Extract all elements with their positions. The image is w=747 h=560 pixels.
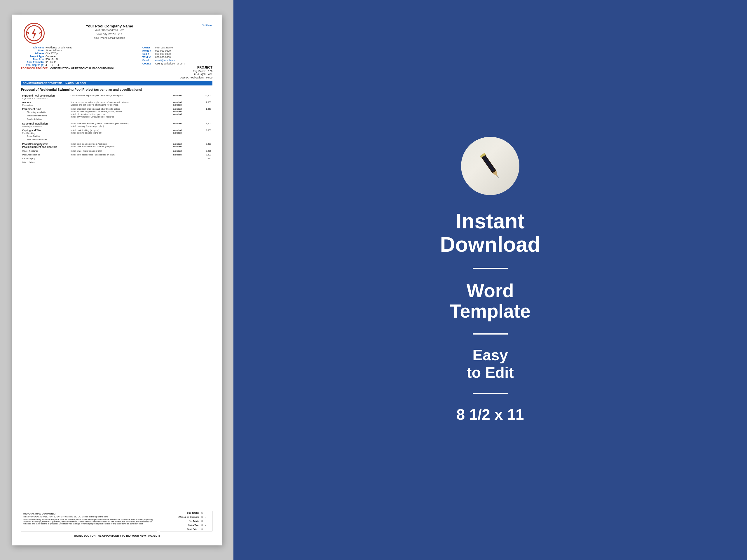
table-row: Inground Pool construction Inground Spa … (21, 94, 212, 100)
bid-date: Bid Date: (172, 23, 212, 27)
home-value: 000-000-0000 (155, 49, 171, 52)
company-address1: Your Street Address Here (47, 28, 172, 32)
address-label: Address (21, 52, 44, 55)
work-value: 000-000-0000 (155, 56, 171, 59)
email-label: Email (143, 59, 154, 62)
email-value: email@email.com (155, 59, 175, 62)
totals-area: Sub Totals: $ (Markup or Discount) $ - N… (160, 511, 212, 531)
proposed-value: CONSTRUCTION OF RESIDENTIAL IN-GROUND PO… (50, 67, 114, 70)
owner-label: Owner (143, 46, 154, 49)
heading-download: Download (440, 233, 540, 256)
guarantee-title: PROPOSAL PRICE GUARANTEE: (23, 513, 155, 515)
heading-word: Word (450, 281, 531, 301)
project-type-label: Project Type (21, 55, 44, 58)
project-label: PROJECT (197, 65, 212, 69)
pool-depths-label: Pool Depths (ft) (21, 63, 44, 66)
pool-area-unit: Sq. Ft. (51, 58, 59, 61)
pool-depths-v2: 5 (52, 63, 53, 66)
county-value: County Jurisdiction or Lot # (155, 62, 185, 65)
cell-label: Cell # (143, 53, 154, 55)
guarantee-box: PROPOSAL PRICE GUARANTEE: THIS PROPOSAL … (21, 511, 157, 531)
company-info: Your Pool Company Name Your Street Addre… (47, 23, 172, 40)
owner-value: First Last Name (155, 46, 173, 49)
right-panel: Instant Download Word Template Easy to E… (233, 0, 747, 560)
company-contact: Your Phone Email Website (47, 36, 172, 40)
table-row: Water Features Install water features as… (21, 149, 212, 153)
cell-value: 000-000-0000 (155, 53, 171, 55)
table-row: Access Excavation Yard access removal or… (21, 100, 212, 107)
proposal-title: Proposal of Residential Swimming Pool Pr… (21, 88, 212, 91)
svg-point-1 (27, 32, 29, 34)
street-label: Street (21, 49, 44, 52)
totals-table: Sub Totals: $ (Markup or Discount) $ - N… (160, 511, 212, 531)
total-price-value: $ (200, 527, 212, 531)
table-row: Pool Cleaning System Pool Equipment and … (21, 142, 212, 149)
document-preview: Your Pool Company Name Your Street Addre… (12, 15, 222, 545)
net-total-value: $ (200, 519, 212, 523)
pen-image (461, 137, 519, 195)
markup-label: (Markup or Discount) (160, 515, 200, 519)
items-table: Inground Pool construction Inground Spa … (21, 94, 212, 164)
county-label: County (143, 62, 154, 65)
instant-download-block: Instant Download (440, 210, 540, 256)
home-label: Home # (143, 49, 154, 52)
svg-rect-6 (482, 156, 495, 172)
job-name-value: Residence or Job Name (46, 46, 72, 49)
svg-line-7 (497, 177, 499, 178)
item-price: 10,500 (195, 94, 212, 100)
pool-perimeter-label: Pool Perimeter (21, 61, 44, 63)
pen-icon (473, 149, 508, 183)
heading-template: Template (450, 301, 531, 321)
table-row: Pool Accessories Install pool accessorie… (21, 153, 212, 157)
net-total-label: Net Total: (160, 519, 200, 523)
heading-instant: Instant (440, 210, 540, 233)
avg-depth-value: 5.00 (207, 70, 212, 73)
easy-edit-block: Easy to Edit (467, 346, 514, 381)
table-row: Landscaping 625 (21, 157, 212, 160)
subtotals-value: $ (200, 511, 212, 515)
pool-perimeter-value: 90 (46, 61, 48, 63)
pool-ia-value: 681 (208, 73, 212, 76)
table-row: Equipment runs Plumbing Installation Ele… (21, 107, 212, 122)
company-name: Your Pool Company Name (47, 24, 172, 28)
proposed-label: PROPOSED PROJECT: (21, 67, 48, 70)
sales-tax-value: $ - (200, 523, 212, 527)
item-name: Inground Pool construction (22, 94, 68, 97)
item-sub: Inground Spa Construction (22, 97, 68, 100)
total-price-label: Total Price: (160, 527, 200, 531)
markup-value: $ - (200, 515, 212, 519)
size-label: 8 1/2 x 11 (456, 406, 524, 423)
left-panel: Your Pool Company Name Your Street Addre… (0, 0, 233, 560)
table-row: Structural Installation Masonry Installa… (21, 122, 212, 128)
pool-perimeter-unit: Ln. Ft. (50, 61, 57, 63)
divider-3 (473, 393, 508, 394)
word-template-block: Word Template (450, 281, 531, 322)
heading-edit: to Edit (467, 364, 514, 381)
guarantee-text1: THIS PROPOSAL IS VALID FOR 30 DAYS FROM … (23, 516, 155, 518)
guarantee-text2: The Contractor may honor this Proposal p… (23, 518, 155, 525)
section-header-bar: CONSTRUCTION OF RESIDENTIAL IN-GROUND PO… (21, 81, 212, 85)
svg-point-2 (40, 32, 42, 34)
approx-gallons-label: Approx. Pool Gallons: (180, 76, 204, 79)
job-name-label: Job Name (21, 46, 44, 49)
item-included: Included (172, 94, 192, 100)
table-row: Misc / Other (21, 160, 212, 164)
pool-ia-label: Pool IA(5ft) (194, 73, 207, 76)
street-value: Street Address (46, 49, 62, 52)
pool-depths-v1: 4 (46, 63, 47, 66)
bottom-section: PROPOSAL PRICE GUARANTEE: THIS PROPOSAL … (21, 511, 212, 537)
pool-area-value: 550 (46, 58, 50, 61)
heading-easy: Easy (467, 346, 514, 364)
divider-2 (473, 334, 508, 335)
project-type-value: Concrete (46, 55, 56, 58)
thank-you-text: THANK YOU FOR THE OPPORTUNITY TO BID YOU… (21, 534, 212, 537)
size-block: 8 1/2 x 11 (456, 406, 524, 423)
item-desc: Construction of inground pool per drawin… (70, 94, 172, 100)
pool-depths-v3: 4 (57, 63, 59, 66)
address-value: City ST Zip (46, 52, 58, 55)
approx-gallons-value: 9,500 (206, 76, 212, 79)
company-address2: Your City, ST Zip Lic # (47, 32, 172, 36)
divider-1 (473, 268, 508, 269)
avg-depth-label: Avg. Depth: (193, 70, 206, 73)
sales-tax-label: Sales Tax: (160, 523, 200, 527)
